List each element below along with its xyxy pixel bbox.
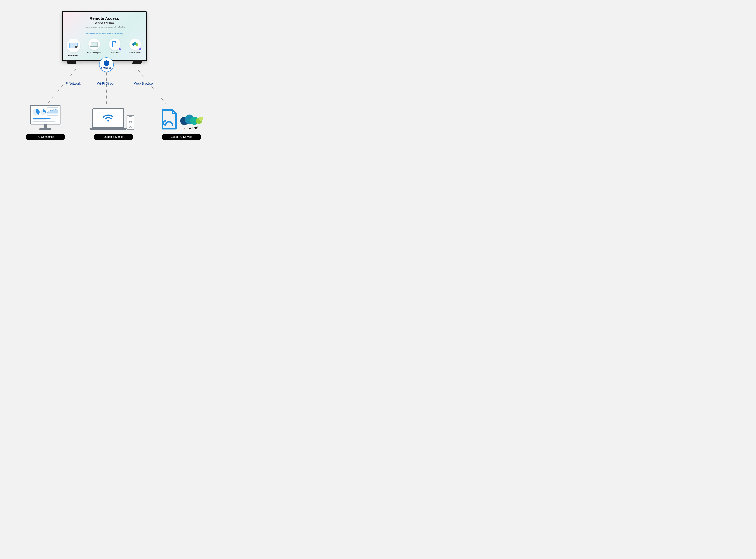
cloud-doc-icon <box>112 41 117 47</box>
tv-leg-right <box>132 60 143 64</box>
tile-label: Screen Sharing (Wi... <box>86 52 102 54</box>
vmware-text-bold: ware <box>189 126 197 130</box>
tile-icon-bubble <box>88 39 100 50</box>
connection-label-wifi: Wi-Fi Direct <box>97 82 114 86</box>
device-pill-pc: PC Connected <box>26 134 65 140</box>
tile-icon-bubble <box>109 39 121 50</box>
svg-point-3 <box>107 120 109 121</box>
shield-icon <box>104 60 109 66</box>
tv-title: Remote Access <box>89 16 119 21</box>
tile-label: VMware Horizon <box>129 52 142 54</box>
device-laptop-mobile: Laptop & Mobile <box>91 101 136 140</box>
tile-screen-sharing[interactable]: Screen Sharing (Wi... <box>86 39 102 57</box>
device-pill-laptop: Laptop & Mobile <box>94 134 133 140</box>
device-pc: PC Connected <box>23 101 68 140</box>
cloud-document-icon <box>160 109 177 130</box>
app-badge-icon <box>139 48 142 51</box>
monitor-icon <box>69 43 78 48</box>
vmware-logo: vmware® <box>180 114 202 130</box>
tv-subtitle: secured by Knox <box>95 21 114 24</box>
devices-row: PC Connected <box>0 101 227 140</box>
tile-label: Cloud Office <box>110 52 120 54</box>
diagram-stage: Remote Access secured by Knox Access to … <box>0 0 227 168</box>
tile-icon-bubble <box>67 39 81 52</box>
vmware-wordmark: vmware® <box>183 126 198 130</box>
app-badge-icon <box>118 48 121 51</box>
tv-frame: Remote Access secured by Knox Access to … <box>62 11 147 61</box>
tile-cloud-office[interactable]: Cloud Office <box>107 39 123 57</box>
phone-icon <box>127 115 134 130</box>
device-pill-cloud: Cloud PC Service <box>162 134 201 140</box>
tv-description: Access to remote PC and your work resour… <box>84 26 125 28</box>
device-cloud: vmware® Cloud PC Service <box>159 101 204 140</box>
vmware-icon <box>132 42 138 46</box>
vmware-text-light: vm <box>183 126 189 130</box>
wifi-small-icon <box>129 121 132 124</box>
tile-vmware-horizon[interactable]: VMware Horizon <box>127 39 143 57</box>
tile-label: Remote PC <box>68 54 79 57</box>
tv-hint: Connect a keyboard and mouse to this TV … <box>85 33 124 35</box>
laptop-icon <box>92 108 124 130</box>
wifi-icon <box>102 113 114 123</box>
tile-icon-bubble <box>129 39 141 50</box>
tv-leg-left <box>66 60 77 64</box>
tv-header: Remote Access secured by Knox Access to … <box>63 12 146 35</box>
subtitle-prefix: secured by <box>95 21 108 24</box>
connection-label-ip: IP Network <box>65 82 81 86</box>
samsung-brand-text: SAMSUNG <box>101 67 112 69</box>
samsung-security-badge: SAMSUNG <box>99 58 114 72</box>
tv-tiles-row: Remote PC Screen Sharing (Wi... Cloud Of… <box>63 39 146 57</box>
svg-point-4 <box>130 123 131 123</box>
vmware-cloud-icon <box>180 114 202 126</box>
laptop-icon <box>91 42 98 46</box>
knox-brand: Knox <box>107 21 114 24</box>
tv-screen: Remote Access secured by Knox Access to … <box>63 12 146 60</box>
vmware-reg: ® <box>197 126 198 128</box>
pc-monitor-icon <box>30 105 61 130</box>
tile-remote-pc[interactable]: Remote PC <box>66 39 81 57</box>
connection-label-web: Web Browser <box>134 82 154 86</box>
